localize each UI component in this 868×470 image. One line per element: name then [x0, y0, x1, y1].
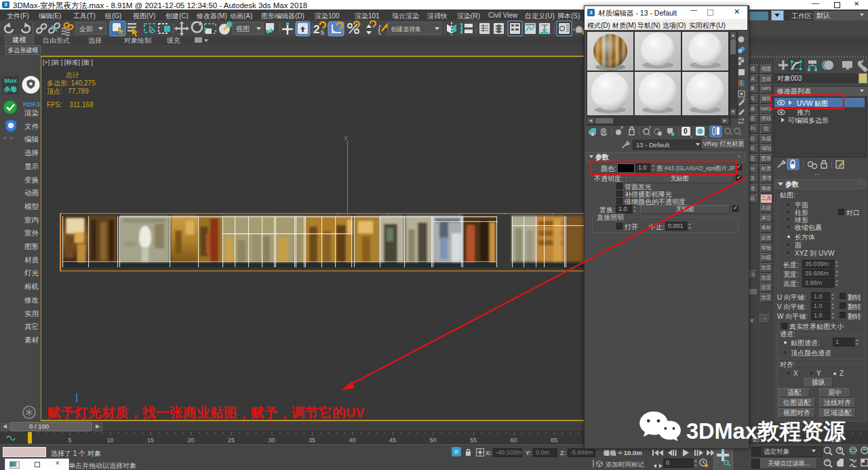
- svg-text:25: 25: [228, 437, 235, 444]
- svg-text:15: 15: [147, 437, 154, 444]
- svg-text:30: 30: [268, 437, 275, 444]
- svg-text:65: 65: [551, 437, 557, 444]
- svg-text:40: 40: [349, 437, 355, 444]
- svg-text:创建选择集: 创建选择集: [391, 26, 421, 33]
- svg-text:5: 5: [321, 29, 324, 36]
- svg-text:35: 35: [309, 437, 315, 444]
- svg-text:55: 55: [470, 437, 477, 444]
- svg-text:0: 0: [684, 128, 688, 135]
- svg-text:10: 10: [106, 437, 113, 444]
- svg-text:60: 60: [510, 437, 517, 444]
- svg-text:{: {: [378, 23, 381, 35]
- svg-text:5: 5: [68, 437, 71, 444]
- svg-text:50: 50: [429, 437, 436, 444]
- svg-text:2: 2: [313, 23, 319, 36]
- svg-text:视图: 视图: [236, 25, 250, 33]
- svg-text:20: 20: [187, 437, 194, 444]
- svg-text:全部: 全部: [79, 25, 93, 33]
- svg-text:45: 45: [389, 437, 396, 444]
